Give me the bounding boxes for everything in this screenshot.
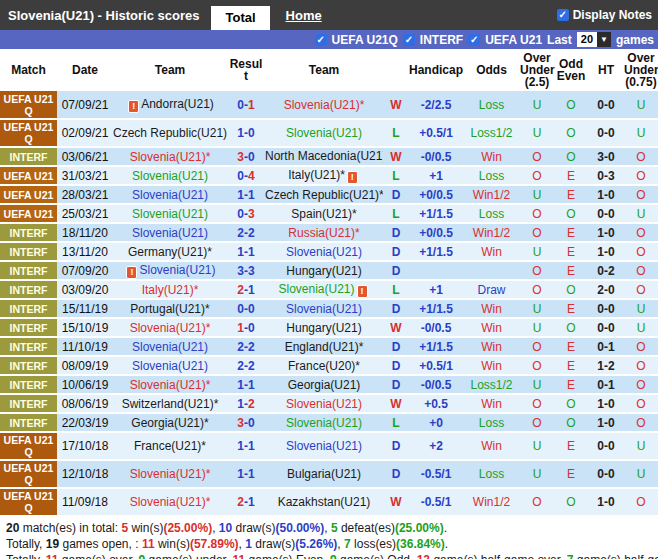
competition-badge: UEFA U21 Q (0, 488, 57, 516)
red-card-icon: ! (126, 266, 137, 279)
away-team-name[interactable]: Slovenia(U21) (278, 282, 354, 296)
over-under-2-5-cell: U (520, 119, 554, 147)
home-team-cell: Georgia(U21)* (113, 413, 227, 432)
last-games-select[interactable]: 20▼ (577, 32, 611, 47)
date-cell: 11/09/18 (57, 488, 113, 516)
tab-total[interactable]: Total (211, 6, 269, 30)
odd-even-cell: O (554, 119, 588, 147)
away-team-name[interactable]: Georgia(U21) (288, 378, 361, 392)
home-score: 1 (237, 378, 244, 392)
over-under-0-75-cell: O (624, 488, 658, 516)
competition-badge: INTERF (0, 223, 57, 242)
away-team-cell: Hungary(U21) (265, 261, 383, 280)
away-team-name[interactable]: Hungary(U21) (286, 264, 361, 278)
home-team-name[interactable]: France(U21)* (134, 439, 206, 453)
competition-badge: UEFA U21 Q (0, 91, 57, 119)
away-team-name[interactable]: Kazakhstan(U21) (278, 495, 371, 509)
home-team-name[interactable]: Slovenia(U21)* (130, 150, 211, 164)
over-under-0-75-cell: O (624, 356, 658, 375)
home-team-name[interactable]: Switzerland(U21)* (122, 397, 219, 411)
away-score: 2 (248, 397, 255, 411)
home-team-name[interactable]: Georgia(U21)* (131, 416, 208, 430)
away-team-name[interactable]: Slovenia(U21) (286, 126, 362, 140)
away-team-name[interactable]: Slovenia(U21) (286, 416, 362, 430)
home-team-name[interactable]: Slovenia(U21) (132, 226, 208, 240)
away-score: 1 (248, 467, 255, 481)
summary-segment: 13 (417, 553, 430, 559)
away-score: 0 (248, 126, 255, 140)
odds-cell: Loss (463, 166, 520, 185)
away-team-name[interactable]: Slovenia(U21) (286, 439, 362, 453)
date-cell: 25/03/21 (57, 204, 113, 223)
home-team-name[interactable]: Slovenia(U21)* (130, 321, 211, 335)
away-team-name[interactable]: Spain(U21)* (291, 207, 356, 221)
score-cell: 0-4 (227, 166, 265, 185)
away-team-name[interactable]: Italy(U21)* (288, 168, 345, 182)
home-team-name[interactable]: Slovenia(U21) (139, 263, 215, 277)
away-team-name[interactable]: England(U21)* (285, 340, 364, 354)
away-team-name[interactable]: Slovenia(U21) (286, 302, 362, 316)
competition-badge: INTERF (0, 147, 57, 166)
away-team-name[interactable]: Slovenia(U21) (286, 397, 362, 411)
summary-segment: defeat(es) (338, 521, 395, 535)
score-cell: 2-1 (227, 280, 265, 299)
home-team-name[interactable]: Slovenia(U21) (132, 188, 208, 202)
away-score: 2 (248, 340, 255, 354)
tab-home[interactable]: Home (286, 8, 322, 23)
home-team-name[interactable]: Slovenia(U21) (132, 340, 208, 354)
home-team-cell: Portugal(U21)* (113, 299, 227, 318)
home-team-name[interactable]: Czech Republic(U21)* (113, 126, 227, 140)
filter-checkbox-uefa-u21q[interactable]: ✓ (315, 34, 327, 46)
away-team-name[interactable]: Slovenia(U21)* (284, 98, 365, 112)
away-team-name[interactable]: Bulgaria(U21) (287, 467, 361, 481)
competition-badge: INTERF (0, 261, 57, 280)
over-under-0-75-cell: O (624, 223, 658, 242)
filter-checkbox-interf[interactable]: ✓ (403, 34, 415, 46)
away-team-name[interactable]: Slovenia(U21) (286, 245, 362, 259)
display-notes-checkbox[interactable]: ✓ (557, 9, 569, 21)
summary-segment: 5 (331, 521, 338, 535)
match-row: INTERF15/10/19Slovenia(U21)*1-0Hungary(U… (0, 318, 658, 337)
summary-segment: game(s) half-game under (573, 553, 658, 559)
filter-label: UEFA U21Q (332, 33, 398, 47)
over-under-2-5-cell: U (520, 318, 554, 337)
handicap-cell: +0.5 (409, 394, 463, 413)
filter-checkbox-uefa-u21[interactable]: ✓ (468, 34, 480, 46)
away-team-name[interactable]: Czech Republic(U21)* (265, 188, 383, 202)
result-letter-cell: D (383, 185, 409, 204)
away-team-name[interactable]: Russia(U21)* (288, 226, 359, 240)
ht-cell: 0-3 (588, 166, 624, 185)
home-team-cell: Slovenia(U21) (113, 356, 227, 375)
red-card-icon: ! (128, 100, 139, 113)
summary-segment: 1 (245, 537, 252, 551)
odds-cell (463, 261, 520, 280)
score-cell: 1-1 (227, 375, 265, 394)
result-letter-cell: D (383, 375, 409, 394)
match-row: INTERF15/11/19Portugal(U21)*0-0Slovenia(… (0, 299, 658, 318)
home-team-name[interactable]: Andorra(U21) (141, 97, 214, 111)
over-under-0-75-cell: O (624, 413, 658, 432)
ht-cell: 0-0 (588, 432, 624, 460)
home-team-name[interactable]: Portugal(U21)* (130, 302, 209, 316)
home-team-name[interactable]: Slovenia(U21)* (130, 378, 211, 392)
summary-line: 20 match(es) in total: 5 win(s)(25.00%),… (0, 520, 658, 536)
odds-cell: Win1/2 (463, 185, 520, 204)
away-team-name[interactable]: Hungary(U21) (286, 321, 361, 335)
away-team-name[interactable]: North Macedonia(U21) (265, 149, 383, 163)
over-under-2-5-cell: O (520, 166, 554, 185)
home-team-name[interactable]: Slovenia(U21) (132, 207, 208, 221)
score-cell: 3-0 (227, 413, 265, 432)
home-team-name[interactable]: Slovenia(U21)* (130, 495, 211, 509)
home-team-name[interactable]: Germany(U21)* (128, 245, 212, 259)
match-row: UEFA U21 Q17/10/18France(U21)*1-1Sloveni… (0, 432, 658, 460)
away-team-name[interactable]: France(U20)* (288, 359, 360, 373)
home-team-name[interactable]: Slovenia(U21)* (130, 467, 211, 481)
odd-even-cell: E (554, 337, 588, 356)
away-team-cell: Georgia(U21) (265, 375, 383, 394)
home-team-name[interactable]: Slovenia(U21) (132, 169, 208, 183)
over-under-2-5-cell: U (520, 299, 554, 318)
home-team-name[interactable]: Italy(U21)* (142, 283, 199, 297)
competition-badge: UEFA U21 (0, 185, 57, 204)
home-team-name[interactable]: Slovenia(U21) (132, 359, 208, 373)
over-under-0-75-cell: U (624, 119, 658, 147)
